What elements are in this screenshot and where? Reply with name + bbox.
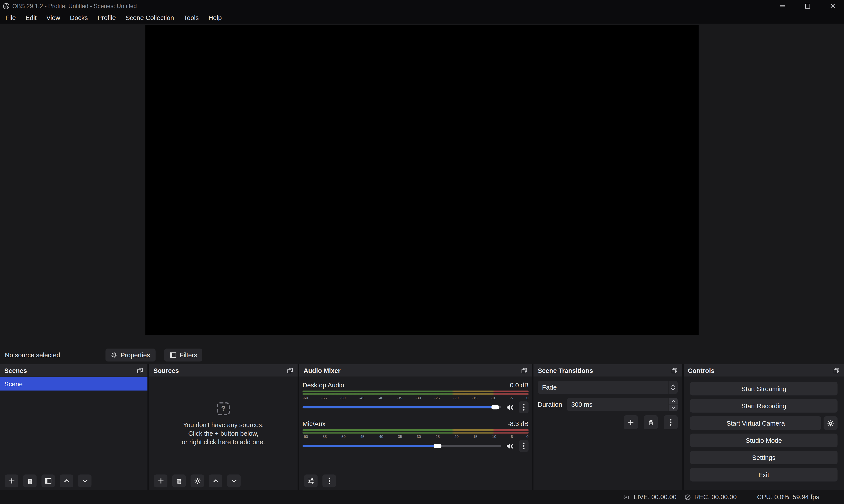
mixer-channel-mic-aux: Mic/Aux -8.3 dB -60-55-50-45-40-35-30-25…: [303, 419, 529, 452]
menu-profile[interactable]: Profile: [93, 12, 121, 24]
volume-slider-handle[interactable]: [491, 405, 499, 410]
remove-source-button[interactable]: [172, 474, 186, 488]
channel-options-button[interactable]: [519, 401, 528, 413]
broadcast-icon: [622, 494, 631, 501]
live-time: LIVE: 00:00:00: [634, 493, 676, 501]
scenes-header[interactable]: Scenes: [0, 364, 147, 377]
mixer-popout-button[interactable]: [521, 367, 527, 374]
scene-filters-button[interactable]: [41, 474, 55, 488]
advanced-audio-icon: [307, 478, 314, 484]
scenes-toolbar: [0, 472, 147, 490]
trash-icon: [27, 478, 33, 484]
sources-panel: Sources ? You don't have any sources. Cl…: [149, 364, 298, 490]
gear-icon: [827, 420, 834, 426]
menu-edit[interactable]: Edit: [21, 12, 41, 24]
properties-button[interactable]: Properties: [105, 348, 155, 361]
popout-icon: [521, 367, 527, 374]
add-source-button[interactable]: [154, 474, 168, 488]
exit-button[interactable]: Exit: [690, 468, 838, 481]
kebab-icon: [328, 477, 330, 485]
source-move-down-button[interactable]: [227, 474, 241, 488]
menu-docks[interactable]: Docks: [65, 12, 93, 24]
chevron-down-icon: [231, 478, 237, 484]
menu-help[interactable]: Help: [204, 12, 227, 24]
virtual-camera-settings-button[interactable]: [824, 416, 838, 430]
source-move-up-button[interactable]: [209, 474, 222, 488]
remove-transition-button[interactable]: [644, 415, 658, 429]
start-streaming-button[interactable]: Start Streaming: [690, 382, 838, 395]
sources-header[interactable]: Sources: [149, 364, 298, 377]
menu-scene-collection[interactable]: Scene Collection: [121, 12, 179, 24]
empty-line: You don't have any sources.: [183, 421, 264, 429]
speaker-icon: [506, 403, 514, 411]
minimize-button[interactable]: [771, 0, 793, 12]
popout-icon: [287, 367, 293, 374]
channel-name: Desktop Audio: [303, 381, 344, 389]
obs-window: OBS 29.1.2 - Profile: Untitled - Scenes:…: [0, 0, 844, 504]
volume-slider[interactable]: [303, 445, 501, 447]
mute-button[interactable]: [506, 443, 514, 450]
start-virtual-camera-button[interactable]: Start Virtual Camera: [690, 416, 821, 430]
scene-list-item[interactable]: Scene: [0, 377, 147, 391]
chevron-up-icon: [671, 399, 676, 403]
audio-mixer-panel: Audio Mixer Desktop Audio 0.0 dB -60-55-…: [299, 364, 532, 490]
remove-scene-button[interactable]: [23, 474, 36, 488]
scenes-list: Scene: [0, 377, 147, 472]
menu-tools[interactable]: Tools: [179, 12, 204, 24]
scene-move-down-button[interactable]: [78, 474, 91, 488]
scene-move-up-button[interactable]: [60, 474, 73, 488]
transitions-header[interactable]: Scene Transitions: [533, 364, 682, 377]
preview-area: [0, 24, 844, 346]
controls-popout-button[interactable]: [833, 367, 840, 374]
preview-canvas[interactable]: [145, 25, 699, 335]
popout-icon: [833, 367, 840, 374]
controls-panel: Controls Start Streaming Start Recording…: [684, 364, 844, 490]
menubar: File Edit View Docks Profile Scene Colle…: [0, 12, 844, 24]
chevron-up-icon: [212, 478, 218, 484]
updown-chevrons-icon: [671, 384, 675, 391]
transition-options-button[interactable]: [664, 415, 678, 429]
duration-label: Duration: [538, 401, 562, 408]
volume-slider[interactable]: [303, 406, 501, 408]
start-recording-button[interactable]: Start Recording: [690, 399, 838, 413]
gear-icon: [111, 352, 117, 358]
source-status-label: No source selected: [5, 352, 105, 359]
maximize-button[interactable]: [796, 0, 819, 12]
mixer-channel-desktop-audio: Desktop Audio 0.0 dB -60-55-50-45-40-35-…: [303, 380, 529, 413]
scenes-popout-button[interactable]: [137, 367, 143, 374]
duration-spinbox[interactable]: 300 ms: [567, 398, 678, 411]
sources-popout-button[interactable]: [287, 367, 293, 374]
advanced-audio-button[interactable]: [304, 474, 317, 488]
close-button[interactable]: [821, 0, 844, 12]
properties-label: Properties: [121, 352, 150, 359]
chevron-down-icon: [82, 478, 88, 484]
source-properties-button[interactable]: [191, 474, 204, 488]
channel-volume-db: -8.3 dB: [508, 420, 529, 427]
mixer-options-button[interactable]: [322, 474, 336, 488]
studio-mode-button[interactable]: Studio Mode: [690, 433, 838, 447]
volume-meter: [303, 429, 529, 434]
duration-decrement-button[interactable]: [669, 405, 678, 411]
add-transition-button[interactable]: [624, 415, 638, 429]
transitions-popout-button[interactable]: [671, 367, 678, 374]
docks: Scenes Scene Sources: [0, 364, 844, 490]
transition-select[interactable]: Fade: [538, 381, 678, 394]
controls-header[interactable]: Controls: [684, 364, 844, 377]
transition-selected-value: Fade: [542, 384, 557, 391]
menu-view[interactable]: View: [41, 12, 65, 24]
volume-slider-handle[interactable]: [434, 444, 441, 448]
mute-button[interactable]: [506, 403, 514, 411]
filters-icon: [45, 478, 52, 484]
close-icon: [830, 3, 835, 8]
menu-file[interactable]: File: [0, 12, 20, 24]
filters-button[interactable]: Filters: [164, 348, 203, 361]
channel-options-button[interactable]: [519, 440, 528, 452]
settings-button[interactable]: Settings: [690, 451, 838, 464]
trash-icon: [176, 478, 182, 484]
trash-icon: [648, 419, 654, 426]
mixer-header[interactable]: Audio Mixer: [299, 364, 532, 377]
chevron-down-icon: [671, 406, 676, 410]
add-scene-button[interactable]: [5, 474, 18, 488]
duration-increment-button[interactable]: [669, 398, 678, 404]
sources-list[interactable]: ? You don't have any sources. Click the …: [149, 377, 298, 472]
